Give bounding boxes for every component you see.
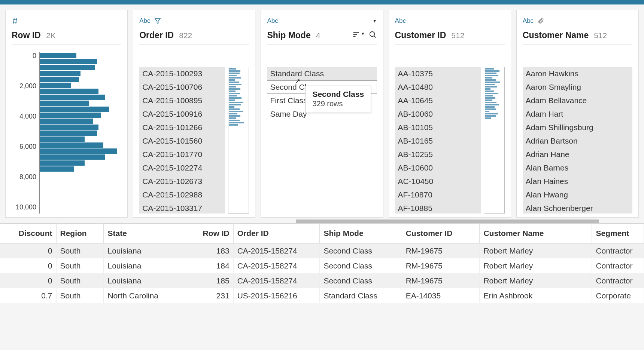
sort-icon[interactable]: ▼ [353,31,365,38]
mini-bar [229,70,240,72]
mini-bar [485,106,495,108]
value-item[interactable]: CA-2015-102988 [139,188,225,202]
value-item[interactable]: CA-2015-101770 [139,148,225,161]
profile-cards-row: Row ID2K02,0004,0006,0008,00010,000AbcOr… [0,4,644,218]
value-item[interactable]: Alan Barnes [523,161,632,175]
value-item[interactable]: AB-10060 [395,107,481,121]
hash-icon [12,18,18,24]
mini-bar [229,84,242,85]
value-item[interactable]: AA-10480 [395,80,481,94]
histogram-bar [40,107,109,112]
table-header-cell[interactable]: Order ID [233,224,320,243]
column-count: 822 [179,31,192,40]
value-item[interactable]: Alan Schoenberger [523,202,632,214]
value-item[interactable]: AB-10255 [395,148,481,161]
mini-chart[interactable] [228,67,249,214]
value-item[interactable]: AA-10645 [395,94,481,107]
table-cell: 0 [0,273,56,288]
value-item[interactable]: Adam Bellavance [523,94,632,107]
column-title[interactable]: Customer Name [523,30,589,40]
histogram-bar [40,131,97,136]
table-header-cell[interactable]: Region [56,224,104,243]
table-row[interactable]: 0SouthLouisiana184CA-2015-158274Second C… [0,258,644,273]
value-item[interactable]: AF-10870 [395,188,481,202]
horizontal-scroll-track[interactable] [0,219,644,223]
table-header-cell[interactable]: Customer ID [402,224,480,243]
mini-bar [485,84,495,85]
column-title[interactable]: Customer ID [395,30,446,40]
value-item[interactable]: CA-2015-102274 [139,161,225,175]
mini-bar [229,99,235,101]
value-item[interactable]: Aaron Hawkins [523,67,632,80]
value-item[interactable]: Adrian Bartson [523,134,632,148]
table-cell: North Carolina [104,288,190,303]
search-icon[interactable] [369,31,377,39]
mini-bar [485,88,490,90]
profile-card[interactable]: AbcOrder ID822CA-2015-100293CA-2015-1007… [133,10,255,218]
card-body: CA-2015-100293CA-2015-100706CA-2015-1008… [139,48,249,214]
value-item[interactable]: AB-10600 [395,161,481,175]
profile-card[interactable]: AbcCustomer ID512AA-10375AA-10480AA-1064… [389,10,511,218]
value-item[interactable]: CA-2015-103317 [139,202,225,214]
value-item[interactable]: AB-10165 [395,134,481,148]
value-item[interactable]: CA-2015-100706 [139,80,225,94]
profile-card[interactable]: Abc▼Ship Mode4▼Standard ClassSecond Clas… [261,10,383,218]
value-item[interactable]: AC-10450 [395,175,481,188]
dropdown_chevron-icon[interactable]: ▼ [373,18,377,24]
profile-card[interactable]: AbcCustomer Name512Aaron HawkinsAaron Sm… [516,10,639,218]
histogram-bars[interactable] [39,52,121,214]
horizontal-scroll-thumb[interactable] [296,219,599,223]
histogram-bar [40,89,98,94]
mini-bar [229,95,237,96]
value-item[interactable]: Adam Hart [523,107,632,121]
table-cell: 231 [190,288,233,303]
mini-bar [485,104,499,105]
column-title[interactable]: Ship Mode [267,30,310,40]
table-header-cell[interactable]: Segment [592,224,644,243]
table-cell: 183 [190,243,233,259]
histogram-bar [40,154,105,160]
value-item[interactable]: CA-2015-102673 [139,175,225,188]
histogram-bar [40,119,93,124]
mini-chart[interactable] [484,67,505,214]
value-item[interactable]: Adrian Hane [523,148,632,161]
value-item[interactable]: CA-2015-100895 [139,94,225,107]
value-item[interactable]: CA-2015-100916 [139,107,225,121]
mini-bar [229,115,240,117]
value-item[interactable]: AB-10105 [395,121,481,134]
table-header-cell[interactable]: Ship Mode [320,224,402,243]
value-item[interactable]: Aaron Smayling [523,80,632,94]
histogram-bar [40,65,95,70]
table-header-cell[interactable]: Discount [0,224,56,243]
table-header-cell[interactable]: Customer Name [480,224,592,243]
table-header-cell[interactable]: Row ID [190,224,233,243]
value-item[interactable]: Adam Shillingsburg [523,121,632,134]
column-title[interactable]: Order ID [139,30,174,40]
column-count: 4 [316,31,321,40]
value-item[interactable]: Standard Class [267,67,377,80]
histogram-bar [40,142,103,148]
value-item[interactable]: CA-2015-100293 [139,67,225,80]
table-row[interactable]: 0SouthLouisiana185CA-2015-158274Second C… [0,273,644,288]
mini-bar [229,111,243,112]
column-title[interactable]: Row ID [12,30,41,40]
value-item[interactable]: Alan Haines [523,175,632,188]
value-item[interactable]: AF-10885 [395,202,481,214]
svg-line-2 [13,18,14,24]
value-item[interactable]: AA-10375 [395,67,481,80]
mini-bar [485,75,498,76]
hover-tooltip: Second Class329 rows [305,86,371,113]
profile-card[interactable]: Row ID2K02,0004,0006,0008,00010,000 [5,10,128,218]
value-item[interactable]: CA-2015-101266 [139,121,225,134]
mini-bar [485,99,492,101]
mini-bar [229,120,240,121]
axis-tick: 8,000 [12,173,36,181]
value-item[interactable]: CA-2015-101560 [139,134,225,148]
title-row: Order ID822 [139,30,249,44]
mini-bar [229,104,241,105]
table-row[interactable]: 0.7SouthNorth Carolina231US-2015-156216S… [0,288,644,303]
table-row[interactable]: 0SouthLouisiana183CA-2015-158274Second C… [0,243,644,259]
value-item[interactable]: Alan Hwang [523,188,632,202]
table-header-cell[interactable]: State [104,224,190,243]
tooltip-sub: 329 rows [312,99,364,108]
